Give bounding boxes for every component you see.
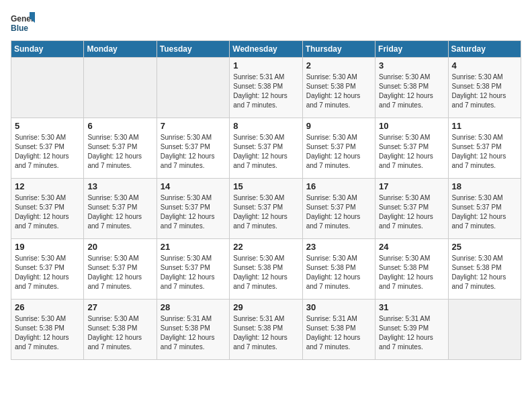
logo-icon: General Blue: [11, 11, 35, 35]
calendar-cell: 20Sunrise: 5:30 AM Sunset: 5:37 PM Dayli…: [84, 239, 157, 300]
calendar-cell: 21Sunrise: 5:30 AM Sunset: 5:37 PM Dayli…: [157, 239, 229, 300]
day-info: Sunrise: 5:30 AM Sunset: 5:37 PM Dayligh…: [15, 133, 80, 171]
day-info: Sunrise: 5:30 AM Sunset: 5:37 PM Dayligh…: [379, 133, 444, 171]
day-info: Sunrise: 5:30 AM Sunset: 5:38 PM Dayligh…: [452, 73, 517, 110]
day-info: Sunrise: 5:30 AM Sunset: 5:37 PM Dayligh…: [15, 193, 80, 231]
day-number: 15: [233, 181, 298, 191]
calendar-cell: 5Sunrise: 5:30 AM Sunset: 5:37 PM Daylig…: [11, 118, 84, 179]
day-info: Sunrise: 5:31 AM Sunset: 5:38 PM Dayligh…: [233, 73, 298, 110]
calendar-cell: 4Sunrise: 5:30 AM Sunset: 5:38 PM Daylig…: [448, 58, 521, 118]
day-number: 31: [379, 302, 444, 312]
calendar-cell: 7Sunrise: 5:30 AM Sunset: 5:37 PM Daylig…: [157, 118, 229, 179]
day-number: 19: [15, 242, 80, 252]
day-info: Sunrise: 5:30 AM Sunset: 5:37 PM Dayligh…: [161, 193, 226, 231]
day-number: 7: [161, 121, 226, 131]
weekday-header-saturday: Saturday: [448, 41, 521, 58]
day-number: 12: [15, 181, 80, 191]
weekday-header-row: SundayMondayTuesdayWednesdayThursdayFrid…: [11, 41, 521, 58]
calendar-cell: 15Sunrise: 5:30 AM Sunset: 5:37 PM Dayli…: [230, 179, 302, 239]
logo: General Blue: [11, 11, 35, 35]
day-number: 14: [161, 181, 226, 191]
day-info: Sunrise: 5:30 AM Sunset: 5:37 PM Dayligh…: [233, 133, 298, 171]
calendar-cell: 27Sunrise: 5:30 AM Sunset: 5:38 PM Dayli…: [84, 300, 157, 360]
day-number: 4: [452, 60, 517, 71]
day-number: 24: [379, 242, 444, 252]
calendar-cell: 11Sunrise: 5:30 AM Sunset: 5:37 PM Dayli…: [448, 118, 521, 179]
day-number: 1: [233, 60, 298, 71]
calendar-week-row: 26Sunrise: 5:30 AM Sunset: 5:38 PM Dayli…: [11, 300, 521, 360]
calendar-cell: [84, 58, 157, 118]
day-info: Sunrise: 5:31 AM Sunset: 5:38 PM Dayligh…: [161, 314, 226, 352]
calendar-cell: 1Sunrise: 5:31 AM Sunset: 5:38 PM Daylig…: [230, 58, 302, 118]
calendar-cell: 26Sunrise: 5:30 AM Sunset: 5:38 PM Dayli…: [11, 300, 84, 360]
calendar-cell: 19Sunrise: 5:30 AM Sunset: 5:37 PM Dayli…: [11, 239, 84, 300]
calendar-week-row: 5Sunrise: 5:30 AM Sunset: 5:37 PM Daylig…: [11, 118, 521, 179]
calendar-cell: 18Sunrise: 5:30 AM Sunset: 5:37 PM Dayli…: [448, 179, 521, 239]
day-info: Sunrise: 5:30 AM Sunset: 5:38 PM Dayligh…: [15, 314, 80, 352]
day-number: 22: [233, 242, 298, 252]
day-info: Sunrise: 5:30 AM Sunset: 5:37 PM Dayligh…: [452, 193, 517, 231]
day-info: Sunrise: 5:31 AM Sunset: 5:38 PM Dayligh…: [306, 314, 371, 352]
day-info: Sunrise: 5:30 AM Sunset: 5:37 PM Dayligh…: [306, 193, 371, 231]
day-info: Sunrise: 5:30 AM Sunset: 5:38 PM Dayligh…: [233, 254, 298, 291]
calendar-cell: 31Sunrise: 5:31 AM Sunset: 5:39 PM Dayli…: [375, 300, 448, 360]
weekday-header-wednesday: Wednesday: [230, 41, 302, 58]
day-info: Sunrise: 5:30 AM Sunset: 5:37 PM Dayligh…: [379, 193, 444, 231]
calendar-cell: 29Sunrise: 5:31 AM Sunset: 5:38 PM Dayli…: [230, 300, 302, 360]
calendar-cell: 22Sunrise: 5:30 AM Sunset: 5:38 PM Dayli…: [230, 239, 302, 300]
calendar-cell: 28Sunrise: 5:31 AM Sunset: 5:38 PM Dayli…: [157, 300, 229, 360]
calendar-cell: 6Sunrise: 5:30 AM Sunset: 5:37 PM Daylig…: [84, 118, 157, 179]
calendar-week-row: 1Sunrise: 5:31 AM Sunset: 5:38 PM Daylig…: [11, 58, 521, 118]
calendar-cell: 2Sunrise: 5:30 AM Sunset: 5:38 PM Daylig…: [302, 58, 375, 118]
day-number: 25: [452, 242, 517, 252]
day-number: 13: [87, 181, 152, 191]
calendar-cell: 12Sunrise: 5:30 AM Sunset: 5:37 PM Dayli…: [11, 179, 84, 239]
calendar-cell: [448, 300, 521, 360]
day-number: 26: [15, 302, 80, 312]
svg-text:Blue: Blue: [11, 24, 28, 33]
day-info: Sunrise: 5:31 AM Sunset: 5:38 PM Dayligh…: [233, 314, 298, 352]
day-number: 20: [87, 242, 152, 252]
day-info: Sunrise: 5:30 AM Sunset: 5:37 PM Dayligh…: [233, 193, 298, 231]
day-number: 10: [379, 121, 444, 131]
day-number: 3: [379, 60, 444, 71]
day-number: 2: [306, 60, 371, 71]
day-info: Sunrise: 5:30 AM Sunset: 5:38 PM Dayligh…: [306, 254, 371, 291]
day-number: 9: [306, 121, 371, 131]
day-info: Sunrise: 5:30 AM Sunset: 5:37 PM Dayligh…: [15, 254, 80, 291]
day-info: Sunrise: 5:31 AM Sunset: 5:39 PM Dayligh…: [379, 314, 444, 352]
calendar-cell: 3Sunrise: 5:30 AM Sunset: 5:38 PM Daylig…: [375, 58, 448, 118]
day-info: Sunrise: 5:30 AM Sunset: 5:37 PM Dayligh…: [306, 133, 371, 171]
calendar-cell: 14Sunrise: 5:30 AM Sunset: 5:37 PM Dayli…: [157, 179, 229, 239]
calendar-cell: 23Sunrise: 5:30 AM Sunset: 5:38 PM Dayli…: [302, 239, 375, 300]
weekday-header-monday: Monday: [84, 41, 157, 58]
day-info: Sunrise: 5:30 AM Sunset: 5:37 PM Dayligh…: [452, 133, 517, 171]
calendar-cell: 24Sunrise: 5:30 AM Sunset: 5:38 PM Dayli…: [375, 239, 448, 300]
calendar-table: SundayMondayTuesdayWednesdayThursdayFrid…: [11, 40, 521, 360]
day-info: Sunrise: 5:30 AM Sunset: 5:37 PM Dayligh…: [87, 254, 152, 291]
calendar-cell: 8Sunrise: 5:30 AM Sunset: 5:37 PM Daylig…: [230, 118, 302, 179]
calendar-cell: 17Sunrise: 5:30 AM Sunset: 5:37 PM Dayli…: [375, 179, 448, 239]
day-number: 17: [379, 181, 444, 191]
calendar-week-row: 19Sunrise: 5:30 AM Sunset: 5:37 PM Dayli…: [11, 239, 521, 300]
weekday-header-tuesday: Tuesday: [157, 41, 229, 58]
day-number: 16: [306, 181, 371, 191]
day-info: Sunrise: 5:30 AM Sunset: 5:38 PM Dayligh…: [379, 254, 444, 291]
calendar-cell: 10Sunrise: 5:30 AM Sunset: 5:37 PM Dayli…: [375, 118, 448, 179]
page-header: General Blue: [11, 11, 521, 35]
day-number: 8: [233, 121, 298, 131]
calendar-cell: 25Sunrise: 5:30 AM Sunset: 5:38 PM Dayli…: [448, 239, 521, 300]
day-number: 5: [15, 121, 80, 131]
weekday-header-sunday: Sunday: [11, 41, 84, 58]
day-number: 11: [452, 121, 517, 131]
day-number: 28: [161, 302, 226, 312]
calendar-cell: 13Sunrise: 5:30 AM Sunset: 5:37 PM Dayli…: [84, 179, 157, 239]
day-info: Sunrise: 5:30 AM Sunset: 5:37 PM Dayligh…: [161, 254, 226, 291]
day-info: Sunrise: 5:30 AM Sunset: 5:38 PM Dayligh…: [306, 73, 371, 110]
day-info: Sunrise: 5:30 AM Sunset: 5:38 PM Dayligh…: [87, 314, 152, 352]
day-info: Sunrise: 5:30 AM Sunset: 5:37 PM Dayligh…: [87, 193, 152, 231]
day-number: 6: [87, 121, 152, 131]
day-number: 27: [87, 302, 152, 312]
calendar-cell: 30Sunrise: 5:31 AM Sunset: 5:38 PM Dayli…: [302, 300, 375, 360]
day-info: Sunrise: 5:30 AM Sunset: 5:38 PM Dayligh…: [379, 73, 444, 110]
